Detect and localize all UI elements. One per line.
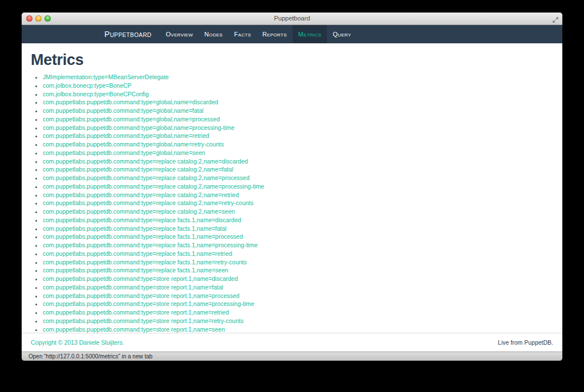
nav-item-metrics[interactable]: Metrics [293,25,327,43]
metric-list-item: com.puppetlabs.puppetdb.command:type=rep… [43,224,553,233]
metric-link[interactable]: com.puppetlabs.puppetdb.command:type=sto… [43,275,238,282]
metric-list-item: com.puppetlabs.puppetdb.command:type=sto… [43,325,553,333]
metric-link[interactable]: com.puppetlabs.puppetdb.command:type=glo… [43,116,220,122]
metric-link[interactable]: com.puppetlabs.puppetdb.command:type=sto… [43,292,240,299]
metric-link[interactable]: com.puppetlabs.puppetdb.command:type=glo… [43,132,209,139]
page-content: Metrics JMImplementation:type=MBeanServe… [22,43,562,352]
metric-link[interactable]: com.puppetlabs.puppetdb.command:type=rep… [43,267,228,273]
metric-link[interactable]: com.puppetlabs.puppetdb.command:type=sto… [43,284,223,291]
metric-link[interactable]: com.puppetlabs.puppetdb.command:type=sto… [43,300,254,307]
copyright-link[interactable]: Copyright © 2013 Daniele Sluijters. [31,339,124,346]
metric-list-item: com.puppetlabs.puppetdb.command:type=glo… [43,98,553,107]
metric-link[interactable]: com.puppetlabs.puppetdb.command:type=glo… [43,124,234,131]
metric-list-item: com.puppetlabs.puppetdb.command:type=glo… [43,107,553,115]
main-area: Metrics JMImplementation:type=MBeanServe… [22,43,562,333]
close-button[interactable] [26,15,33,22]
metric-link[interactable]: com.puppetlabs.puppetdb.command:type=rep… [43,208,235,215]
metric-link[interactable]: com.puppetlabs.puppetdb.command:type=glo… [43,141,224,148]
metric-list-item: com.puppetlabs.puppetdb.command:type=sto… [43,308,553,317]
metric-list-item: com.puppetlabs.puppetdb.command:type=rep… [43,174,553,182]
minimize-button[interactable] [35,15,42,22]
status-text: Open “http://127.0.0.1:5000/metrics” in … [29,353,152,360]
metric-link[interactable]: com.puppetlabs.puppetdb.command:type=rep… [43,174,250,181]
metric-link[interactable]: com.jolbox.bonecp:type=BoneCP [43,82,132,89]
metric-list-item: com.puppetlabs.puppetdb.command:type=rep… [43,191,553,199]
metric-link[interactable]: com.puppetlabs.puppetdb.command:type=glo… [43,149,205,156]
metric-list-item: com.puppetlabs.puppetdb.command:type=glo… [43,132,553,140]
desktop-background: Puppetboard Puppetboard Overview Nodes F… [0,0,584,392]
metric-link[interactable]: JMImplementation:type=MBeanServerDelegat… [43,74,169,80]
metric-link[interactable]: com.puppetlabs.puppetdb.command:type=sto… [43,326,225,333]
metric-link[interactable]: com.puppetlabs.puppetdb.command:type=sto… [43,317,244,324]
page-title: Metrics [31,50,553,70]
window-title: Puppetboard [22,13,562,24]
live-from-puppetdb-label: Live from PuppetDB. [498,339,553,346]
metric-list-item: com.puppetlabs.puppetdb.command:type=sto… [43,283,553,292]
metric-list-item: com.puppetlabs.puppetdb.command:type=rep… [43,182,553,191]
metric-link[interactable]: com.puppetlabs.puppetdb.command:type=rep… [43,217,241,223]
fullscreen-icon[interactable] [552,15,559,22]
metric-link[interactable]: com.puppetlabs.puppetdb.command:type=rep… [43,242,257,248]
navbar-brand[interactable]: Puppetboard [104,25,152,43]
nav-item-query[interactable]: Query [327,25,356,43]
metric-list-item: com.puppetlabs.puppetdb.command:type=glo… [43,124,553,132]
metric-list-item: com.puppetlabs.puppetdb.command:type=sto… [43,300,553,308]
metric-list-item: com.puppetlabs.puppetdb.command:type=rep… [43,165,553,174]
metrics-list: JMImplementation:type=MBeanServerDelegat… [31,73,553,333]
metric-list-item: com.puppetlabs.puppetdb.command:type=rep… [43,157,553,166]
metric-link[interactable]: com.puppetlabs.puppetdb.command:type=rep… [43,191,239,198]
metric-link[interactable]: com.puppetlabs.puppetdb.command:type=rep… [43,166,233,173]
metric-link[interactable]: com.puppetlabs.puppetdb.command:type=rep… [43,233,243,240]
nav-item-facts[interactable]: Facts [228,25,257,43]
metric-link[interactable]: com.puppetlabs.puppetdb.command:type=rep… [43,225,226,232]
metric-list-item: com.puppetlabs.puppetdb.command:type=rep… [43,258,553,267]
navbar: Puppetboard Overview Nodes Facts Reports… [22,25,562,43]
metric-link[interactable]: com.puppetlabs.puppetdb.command:type=rep… [43,259,247,266]
metric-list-item: com.puppetlabs.puppetdb.command:type=sto… [43,317,553,325]
metric-list-item: com.jolbox.bonecp:type=BoneCP [43,81,553,90]
metric-list-item: com.puppetlabs.puppetdb.command:type=glo… [43,115,553,124]
metric-list-item: com.puppetlabs.puppetdb.command:type=sto… [43,292,553,300]
zoom-button[interactable] [44,15,51,22]
metric-list-item: com.puppetlabs.puppetdb.command:type=rep… [43,232,553,241]
metric-list-item: com.puppetlabs.puppetdb.command:type=rep… [43,207,553,216]
metric-link[interactable]: com.puppetlabs.puppetdb.command:type=rep… [43,158,248,165]
metric-link[interactable]: com.puppetlabs.puppetdb.command:type=rep… [43,199,253,206]
nav-item-reports[interactable]: Reports [257,25,293,43]
metric-link[interactable]: com.puppetlabs.puppetdb.command:type=glo… [43,107,204,114]
metric-link[interactable]: com.puppetlabs.puppetdb.command:type=sto… [43,309,229,316]
metric-list-item: JMImplementation:type=MBeanServerDelegat… [43,73,553,81]
metric-list-item: com.puppetlabs.puppetdb.command:type=glo… [43,149,553,157]
window-titlebar[interactable]: Puppetboard [22,13,562,25]
nav-item-overview[interactable]: Overview [160,25,199,43]
metric-list-item: com.jolbox.bonecp:type=BoneCPConfig [43,90,553,99]
metric-list-item: com.puppetlabs.puppetdb.command:type=rep… [43,199,553,207]
metric-list-item: com.puppetlabs.puppetdb.command:type=rep… [43,266,553,275]
metric-link[interactable]: com.puppetlabs.puppetdb.command:type=rep… [43,250,232,257]
metric-list-item: com.puppetlabs.puppetdb.command:type=sto… [43,275,553,283]
metric-list-item: com.puppetlabs.puppetdb.command:type=glo… [43,140,553,149]
metric-list-item: com.puppetlabs.puppetdb.command:type=rep… [43,250,553,258]
metric-link[interactable]: com.puppetlabs.puppetdb.command:type=rep… [43,183,264,190]
metric-list-item: com.puppetlabs.puppetdb.command:type=rep… [43,216,553,224]
metric-list-item: com.puppetlabs.puppetdb.command:type=rep… [43,241,553,250]
app-window: Puppetboard Puppetboard Overview Nodes F… [22,13,562,361]
footer: Copyright © 2013 Daniele Sluijters. Live… [22,333,562,352]
status-bar: Open “http://127.0.0.1:5000/metrics” in … [22,352,562,361]
metric-link[interactable]: com.jolbox.bonecp:type=BoneCPConfig [43,91,149,97]
traffic-lights [26,15,51,22]
nav-item-nodes[interactable]: Nodes [198,25,228,43]
metric-link[interactable]: com.puppetlabs.puppetdb.command:type=glo… [43,99,218,105]
